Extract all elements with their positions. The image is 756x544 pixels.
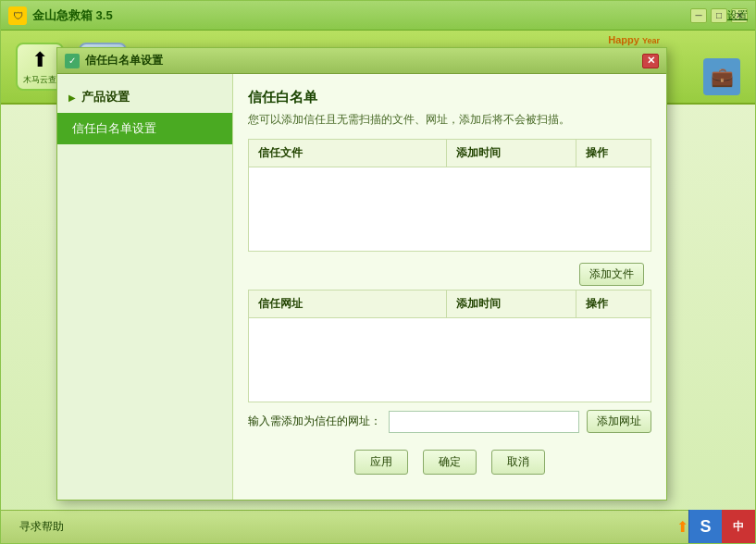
- add-url-button[interactable]: 添加网址: [587, 410, 651, 433]
- app-window: 🛡 金山急救箱 3.5 设置 ─ □ ✕ ⬆ 木马云查 🔧 Happy Year…: [0, 0, 756, 544]
- trusted-files-table: 信任文件 添加时间 操作: [248, 139, 651, 252]
- url-input-row: 输入需添加为信任的网址： 添加网址: [248, 410, 651, 433]
- dialog-action-buttons: 应用 确定 取消: [248, 440, 651, 478]
- files-table-body: [249, 167, 651, 251]
- settings-link[interactable]: 设置: [727, 8, 748, 22]
- trojan-scan-label: 木马云查: [23, 74, 56, 86]
- sidebar-item-whitelist-label: 信任白名单设置: [72, 121, 156, 135]
- app-title: 金山急救箱 3.5: [32, 7, 690, 24]
- bottom-right-icons: S 中: [688, 510, 755, 543]
- dialog-title: 信任白名单设置: [85, 53, 642, 68]
- add-file-button[interactable]: 添加文件: [579, 263, 644, 286]
- maximize-button[interactable]: □: [711, 8, 727, 23]
- files-table-footer: 添加文件: [248, 259, 651, 290]
- url-input-field[interactable]: [389, 411, 579, 433]
- urls-table-body: [249, 318, 651, 402]
- shield-corner-icon: S: [688, 510, 722, 543]
- dialog-title-icon: ✓: [65, 54, 80, 68]
- sidebar-section-label: 产品设置: [81, 89, 130, 105]
- app-bottom-bar: 寻求帮助 ⬆ 立即升级 S 中: [1, 510, 755, 543]
- quick-access-icon[interactable]: 💼: [703, 58, 740, 95]
- confirm-button[interactable]: 确定: [423, 450, 477, 475]
- trusted-urls-table: 信任网址 添加时间 操作: [248, 290, 651, 402]
- dialog-close-button[interactable]: ✕: [642, 54, 659, 68]
- dialog-content: ▶ 产品设置 信任白名单设置 信任白名单 您可以添加信任且无需扫描的文件、网址，…: [57, 74, 666, 500]
- region-icon: 中: [722, 510, 755, 543]
- apply-button[interactable]: 应用: [354, 450, 408, 475]
- minimize-button[interactable]: ─: [690, 8, 707, 23]
- files-col-action: 操作: [576, 140, 651, 167]
- files-col-time: 添加时间: [447, 140, 576, 167]
- dialog-main-panel: 信任白名单 您可以添加信任且无需扫描的文件、网址，添加后将不会被扫描。 信任文件…: [233, 74, 666, 500]
- urls-col-name: 信任网址: [249, 291, 447, 317]
- urls-table-header: 信任网址 添加时间 操作: [249, 291, 651, 318]
- trojan-icon: ⬆: [31, 48, 48, 72]
- cancel-button[interactable]: 取消: [491, 450, 545, 475]
- sidebar-item-whitelist[interactable]: 信任白名单设置: [57, 113, 232, 144]
- sidebar-section-product-settings[interactable]: ▶ 产品设置: [57, 81, 232, 113]
- urls-col-time: 添加时间: [447, 291, 576, 317]
- whitelist-settings-dialog: ✓ 信任白名单设置 ✕ ▶ 产品设置 信任白名单设置 信任白名单 您可以添加信任…: [56, 47, 667, 501]
- dialog-sidebar: ▶ 产品设置 信任白名单设置: [57, 74, 233, 500]
- app-logo-icon: 🛡: [8, 6, 27, 25]
- app-titlebar: 🛡 金山急救箱 3.5 设置 ─ □ ✕: [1, 1, 755, 31]
- panel-title: 信任白名单: [248, 89, 651, 106]
- panel-description: 您可以添加信任且无需扫描的文件、网址，添加后将不会被扫描。: [248, 112, 651, 128]
- url-input-label: 输入需添加为信任的网址：: [248, 414, 381, 429]
- files-col-name: 信任文件: [249, 140, 447, 167]
- help-link[interactable]: 寻求帮助: [19, 519, 64, 535]
- upgrade-icon: ⬆: [676, 518, 688, 536]
- files-table-header: 信任文件 添加时间 操作: [249, 140, 651, 167]
- section-arrow-icon: ▶: [68, 93, 76, 103]
- dialog-titlebar: ✓ 信任白名单设置 ✕: [57, 48, 666, 74]
- urls-col-action: 操作: [576, 291, 651, 317]
- new-year-happy: Happy Year: [605, 34, 663, 45]
